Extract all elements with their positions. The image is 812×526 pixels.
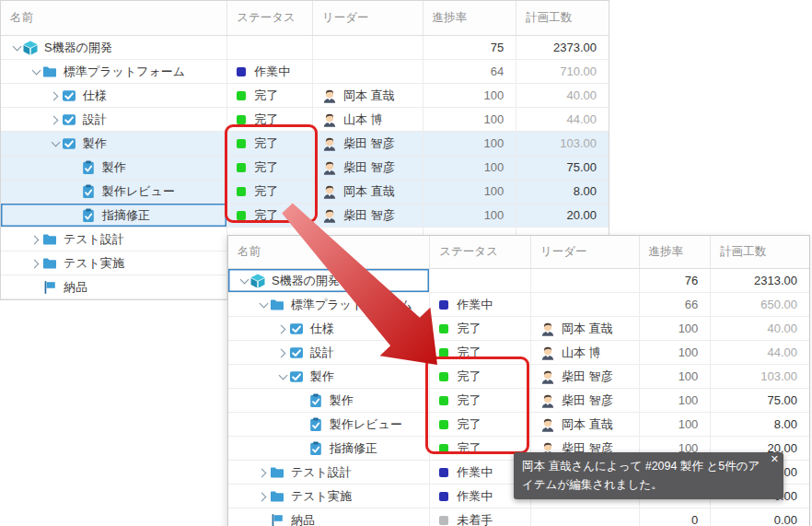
status-color-square — [439, 468, 448, 477]
chevron-down-icon[interactable] — [255, 298, 270, 312]
status-color-square — [439, 492, 448, 501]
table-row-after-4[interactable]: 製作完了柴田 智彦100103.00 — [228, 365, 809, 389]
chevron-right-icon[interactable] — [274, 321, 289, 336]
name-cell: 製作 — [228, 365, 430, 388]
leader-cell — [531, 269, 640, 292]
chevron-down-icon[interactable] — [47, 136, 62, 151]
leader-cell: 柴田 智彦 — [531, 365, 640, 388]
table-row-after-1[interactable]: 標準プラットフォーム作業中66650.00 — [228, 293, 809, 317]
table-row-before-2[interactable]: 仕様完了岡本 直哉10040.00 — [1, 84, 609, 108]
name-cell: テスト実施 — [1, 251, 227, 275]
column-header-progress[interactable]: 進捗率 — [640, 236, 712, 268]
status-color-square — [439, 348, 448, 357]
table-row-before-7[interactable]: 指摘修正完了柴田 智彦10020.00 — [1, 204, 609, 228]
table-row-before-1[interactable]: 標準プラットフォーム作業中64710.00 — [1, 60, 609, 84]
task-name-label: S機器の開発 — [272, 273, 340, 289]
clipboard-icon — [81, 160, 96, 175]
status-color-square — [439, 396, 448, 405]
chevron-right-icon[interactable] — [274, 345, 289, 360]
name-cell: 仕様 — [1, 84, 227, 107]
table-row-after-6[interactable]: 製作レビュー完了岡本 直哉1008.00 — [228, 413, 809, 437]
task-name-label: テスト実施 — [64, 255, 124, 272]
table-row-before-3[interactable]: 設計完了山本 博10044.00 — [1, 108, 609, 132]
status-cell: 完了 — [227, 156, 313, 179]
column-header-planned-hours[interactable]: 計画工数 — [516, 1, 609, 35]
status-cell — [430, 269, 531, 292]
column-header-progress[interactable]: 進捗率 — [423, 1, 517, 35]
status-badge: 完了 — [457, 368, 481, 385]
status-badge: 作業中 — [457, 464, 493, 481]
table-row-after-3[interactable]: 設計完了山本 博10044.00 — [228, 341, 809, 365]
name-cell: S機器の開発 — [1, 36, 227, 59]
table-row-before-4[interactable]: 製作完了柴田 智彦100103.00 — [1, 132, 609, 156]
toast-message: 岡本 直哉さんによって #2094 製作 と5件のアイテムが編集されました。 — [522, 460, 760, 491]
leader-name: 柴田 智彦 — [562, 368, 613, 385]
chevron-right-icon[interactable] — [47, 88, 62, 103]
task-name-label: 標準プラットフォーム — [64, 64, 185, 80]
table-row-after-5[interactable]: 製作完了柴田 智彦10075.00 — [228, 389, 809, 413]
chevron-down-icon[interactable] — [236, 274, 250, 288]
progress-value: 76 — [640, 269, 712, 292]
chevron-down-icon[interactable] — [274, 369, 289, 384]
chevron-down-icon[interactable] — [8, 41, 23, 55]
name-cell: 納品 — [228, 508, 430, 526]
status-badge: 完了 — [457, 345, 481, 361]
column-header-leader[interactable]: リーダー — [531, 236, 640, 268]
status-cell: 完了 — [430, 389, 531, 412]
leader-cell: 柴田 智彦 — [313, 156, 423, 179]
leader-cell: 山本 博 — [531, 341, 640, 364]
folder-icon — [42, 64, 57, 79]
leader-cell: 岡本 直哉 — [313, 180, 423, 203]
task-name-label: 設計 — [83, 111, 107, 128]
status-color-square — [237, 163, 246, 172]
name-cell: テスト設計 — [1, 228, 227, 251]
status-color-square — [237, 187, 246, 196]
task-name-label: 指摘修正 — [102, 207, 150, 224]
table-row-after-2[interactable]: 仕様完了岡本 直哉10040.00 — [228, 317, 809, 341]
leader-name: 柴田 智彦 — [343, 135, 395, 152]
table-row-before-0[interactable]: S機器の開発752373.00 — [1, 36, 609, 60]
task-name-label: 仕様 — [83, 88, 107, 104]
leader-name: 山本 博 — [562, 345, 601, 361]
chevron-right-icon[interactable] — [28, 232, 42, 247]
progress-value: 100 — [423, 180, 517, 203]
chevron-down-icon[interactable] — [28, 64, 42, 79]
column-header-status[interactable]: ステータス — [227, 1, 313, 35]
status-color-square — [237, 67, 246, 76]
flag-icon — [270, 513, 284, 526]
table-row-before-5[interactable]: 製作完了柴田 智彦10075.00 — [1, 156, 609, 180]
column-header-name[interactable]: 名前 — [1, 1, 227, 35]
task-group-icon — [62, 136, 76, 151]
column-header-planned-hours[interactable]: 計画工数 — [711, 236, 809, 268]
task-group-icon — [289, 345, 304, 360]
planned-hours-value: 103.00 — [711, 365, 809, 388]
toast-close-button[interactable]: ✕ — [771, 454, 779, 464]
status-cell: 完了 — [430, 341, 531, 364]
leader-name: 山本 博 — [343, 111, 383, 128]
chevron-right-icon[interactable] — [47, 112, 62, 127]
planned-hours-value: 75.00 — [516, 156, 609, 179]
leader-cell: 岡本 直哉 — [531, 317, 640, 340]
column-header-status[interactable]: ステータス — [430, 236, 531, 268]
column-header-name[interactable]: 名前 — [228, 236, 430, 268]
planned-hours-value: 710.00 — [516, 60, 609, 83]
status-cell: 完了 — [227, 180, 313, 203]
task-group-icon — [289, 369, 304, 384]
name-cell: 仕様 — [228, 317, 430, 340]
planned-hours-value: 20.00 — [516, 204, 609, 227]
status-badge: 完了 — [254, 207, 278, 224]
table-row-after-10[interactable]: 納品未着手00.00 — [228, 508, 809, 526]
chevron-right-icon[interactable] — [255, 489, 270, 504]
column-header-leader[interactable]: リーダー — [313, 1, 423, 35]
task-name-label: 製作 — [102, 159, 126, 176]
name-cell: テスト設計 — [228, 461, 430, 484]
status-color-square — [439, 372, 448, 381]
name-cell: 製作 — [228, 389, 430, 412]
status-badge: 完了 — [254, 111, 278, 128]
leader-name: 岡本 直哉 — [562, 416, 613, 433]
table-row-after-0[interactable]: S機器の開発762313.00 — [228, 269, 809, 293]
chevron-right-icon[interactable] — [255, 465, 270, 480]
leader-name: 柴田 智彦 — [343, 207, 395, 224]
chevron-right-icon[interactable] — [28, 256, 42, 271]
table-row-before-6[interactable]: 製作レビュー完了岡本 直哉1008.00 — [1, 180, 609, 204]
